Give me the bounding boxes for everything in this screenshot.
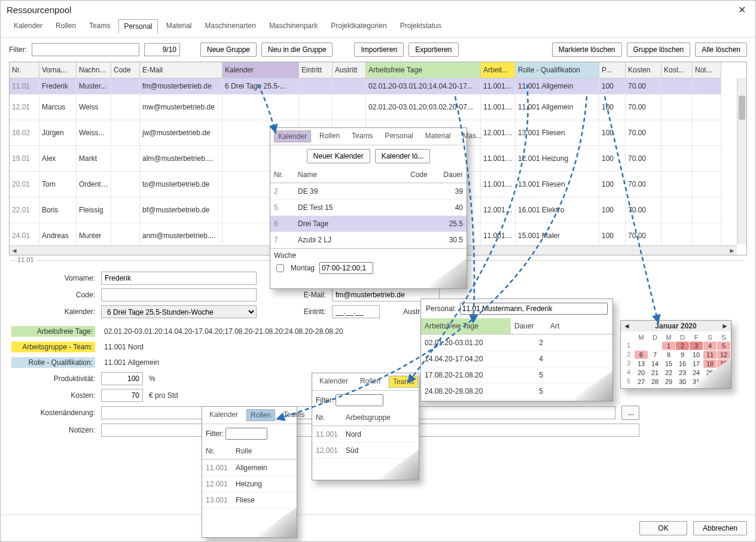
kalender-loeschen-button[interactable]: Kalender lö...: [375, 149, 431, 163]
cal-day[interactable]: 27: [635, 377, 648, 386]
neu-in-gruppe-button[interactable]: Neu in die Gruppe: [261, 42, 333, 57]
popup-rollen-tab-teams[interactable]: Teams: [280, 409, 308, 421]
table-row[interactable]: 11.01FrederikMuster...fm@musterbetrieb.d…: [10, 78, 746, 95]
scroll-left-icon[interactable]: ◄: [10, 246, 19, 255]
popup-kalender-tab-personal[interactable]: Personal: [381, 130, 416, 142]
cal-day[interactable]: 15: [662, 360, 675, 368]
tab-personal[interactable]: Personal: [118, 19, 157, 34]
kalender-row[interactable]: 5DE Test 1540: [270, 200, 467, 216]
grid-header-12[interactable]: Kosten: [626, 62, 662, 78]
freitage-row[interactable]: 02.01.20-03.01.202: [421, 335, 612, 351]
zeit-input[interactable]: [319, 262, 373, 274]
prod-input[interactable]: [101, 372, 143, 385]
grid-header-11[interactable]: P...: [599, 62, 626, 78]
popup-teams-tab-kalender[interactable]: Kalender: [316, 376, 352, 388]
cal-day[interactable]: 7: [648, 351, 662, 359]
vorname-input[interactable]: [101, 272, 257, 285]
cal-day[interactable]: [635, 342, 648, 350]
close-icon[interactable]: ✕: [734, 3, 749, 17]
kalender-select[interactable]: 6 Drei Tage 25.5-Stunden-Woche: [101, 305, 257, 318]
popup-rollen-tab-rollen[interactable]: Rollen: [246, 409, 275, 421]
montag-checkbox[interactable]: [276, 264, 284, 272]
cancel-button[interactable]: Abbrechen: [693, 521, 747, 535]
code-input[interactable]: [101, 288, 257, 302]
cal-day[interactable]: 30: [676, 377, 689, 386]
grid-header-10[interactable]: Rolle - Qualifikation: [516, 62, 599, 78]
rollen-row[interactable]: 13.001Fliese: [202, 492, 297, 508]
cal-day[interactable]: 3: [690, 342, 703, 350]
grid-header-1[interactable]: Vorna...: [39, 62, 77, 78]
popup-kalender-tab-rollen[interactable]: Rollen: [316, 130, 343, 142]
cal-day[interactable]: 1: [662, 342, 675, 350]
tab-rollen[interactable]: Rollen: [51, 19, 81, 34]
cal-day[interactable]: 8: [662, 351, 675, 359]
rollen-row[interactable]: 12.001Heizung: [202, 476, 297, 492]
markierte-loeschen-button[interactable]: Markierte löschen: [552, 42, 622, 57]
kalender-row[interactable]: 2DE 3939: [270, 184, 467, 200]
popup-teams-tab-teams[interactable]: Teams: [389, 376, 418, 388]
tab-teams[interactable]: Teams: [84, 19, 115, 34]
tab-kalender[interactable]: Kalender: [9, 19, 47, 34]
grid-header-7[interactable]: Austritt: [333, 62, 366, 78]
teams-filter-input[interactable]: [336, 394, 383, 406]
eintritt-input[interactable]: [332, 305, 380, 318]
grid-header-2[interactable]: Nachn...: [77, 62, 111, 78]
cal-day[interactable]: 12: [717, 351, 730, 359]
grid-header-9[interactable]: Arbeit...: [481, 62, 516, 78]
cal-day[interactable]: 13: [635, 360, 648, 368]
cal-day[interactable]: 14: [648, 360, 662, 368]
popup-kalender-tab-more[interactable]: Mas...: [459, 130, 486, 142]
gruppe-loeschen-button[interactable]: Gruppe löschen: [627, 42, 691, 57]
teams-row[interactable]: 11.001Nord: [312, 427, 419, 443]
scroll-right-icon[interactable]: ►: [727, 246, 737, 255]
exportieren-button[interactable]: Exportieren: [409, 42, 458, 57]
cal-day[interactable]: 20: [635, 369, 648, 377]
freitage-personal-input[interactable]: [460, 303, 608, 315]
cal-day[interactable]: 5: [717, 342, 730, 350]
cal-day[interactable]: 28: [648, 377, 662, 386]
rollen-filter-input[interactable]: [225, 428, 267, 440]
grid-header-4[interactable]: E-Mail: [140, 62, 222, 78]
freitage-row[interactable]: 14.04.20-17.04.204: [421, 351, 612, 367]
grid-header-8[interactable]: Arbeitsfreie Tage: [366, 62, 481, 78]
grid-header-5[interactable]: Kalender: [222, 62, 299, 78]
popup-kalender-tab-material[interactable]: Material: [422, 130, 455, 142]
cal-day[interactable]: 24: [690, 369, 703, 377]
cal-day[interactable]: 22: [662, 369, 675, 377]
cal-day[interactable]: 18: [703, 360, 717, 368]
kalender-row[interactable]: 7Azubi 2 LJ30.5: [270, 232, 467, 248]
vertical-scrollbar[interactable]: [737, 78, 746, 244]
cal-day[interactable]: 2: [676, 342, 689, 350]
tab-projektkategorien[interactable]: Projektkategorien: [326, 19, 391, 34]
popup-kalender-tab-teams[interactable]: Teams: [348, 130, 376, 142]
freitage-row[interactable]: 17.08.20-21.08.205: [421, 367, 612, 383]
cal-day[interactable]: 9: [676, 351, 689, 359]
importieren-button[interactable]: Importieren: [354, 42, 404, 57]
table-row[interactable]: 12.01MarcusWeissmw@musterbetrieb.de02.01…: [10, 95, 746, 120]
tab-maschinenpark[interactable]: Maschinenpark: [264, 19, 322, 34]
counter-input[interactable]: [144, 43, 180, 56]
cal-next-icon[interactable]: ►: [721, 322, 728, 330]
neuer-kalender-button[interactable]: Neuer Kalender: [307, 149, 370, 163]
popup-teams-tab-rollen[interactable]: Rollen: [356, 376, 384, 388]
alle-loeschen-button[interactable]: Alle löschen: [695, 42, 747, 57]
cal-prev-icon[interactable]: ◄: [623, 322, 630, 330]
cal-day[interactable]: 10: [690, 351, 703, 359]
tab-material[interactable]: Material: [161, 19, 197, 34]
rollen-row[interactable]: 11.001Allgemein: [202, 460, 297, 476]
ok-button[interactable]: OK: [639, 521, 687, 535]
kalender-row[interactable]: 6Drei Tage25.5: [270, 216, 467, 232]
cal-day[interactable]: 4: [703, 342, 717, 350]
grid-header-0[interactable]: Nr.: [10, 62, 39, 78]
cal-day[interactable]: [648, 342, 662, 350]
tab-maschinenarten[interactable]: Maschinenarten: [200, 19, 260, 34]
neue-gruppe-button[interactable]: Neue Gruppe: [200, 42, 257, 57]
cal-day[interactable]: 11: [703, 351, 717, 359]
cal-day[interactable]: 16: [676, 360, 689, 368]
cal-day[interactable]: 23: [676, 369, 689, 377]
grid-header-3[interactable]: Code: [111, 62, 140, 78]
grid-header-14[interactable]: Not...: [693, 62, 721, 78]
teams-row[interactable]: 12.001Süd: [312, 443, 419, 459]
cal-day[interactable]: 29: [662, 377, 675, 386]
tab-projektstatus[interactable]: Projektstatus: [395, 19, 446, 34]
